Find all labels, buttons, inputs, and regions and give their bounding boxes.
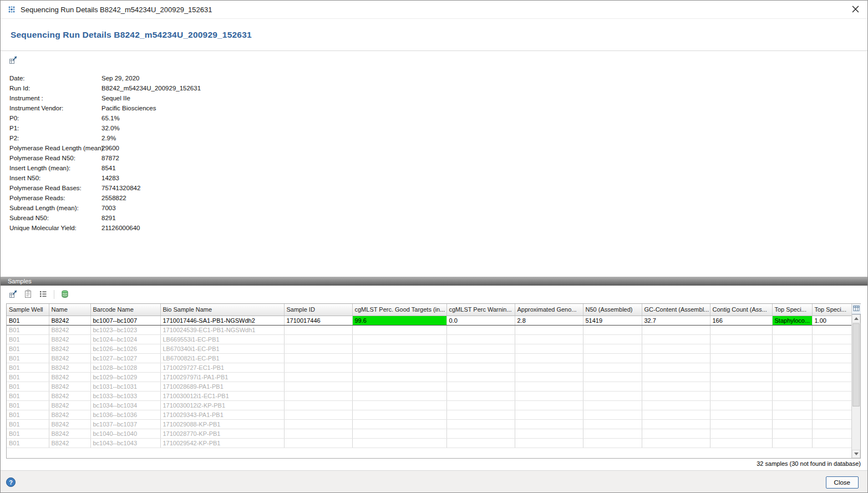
column-header[interactable]: Sample Well [7,304,49,316]
table-cell: 1710029727-EC1-PB1 [160,363,284,372]
table-cell: B8242 [49,325,90,334]
detail-label: Unique Molecular Yield: [9,223,101,233]
detail-label: Date: [9,73,101,83]
table-cell: B01 [7,344,49,353]
column-header[interactable]: Top Speci... [812,304,851,316]
copy-to-clipboard-button[interactable] [23,289,34,300]
column-header[interactable]: Approximated Geno... [515,304,583,316]
table-cell: B8242 [49,438,90,448]
table-row[interactable]: B01B8242bc1043--bc10431710029542-KP-PB1 [7,438,851,448]
list-view-button[interactable] [38,289,49,300]
column-header[interactable]: cgMLST Perc Warnin... [446,304,515,316]
detail-value: B8242_m54234U_200929_152631 [101,85,201,92]
column-chooser-button[interactable] [852,304,861,314]
close-button[interactable]: Close [826,476,859,489]
table-cell: 99.6 [352,316,446,325]
column-header[interactable]: cgMLST Perc. Good Targets (in... [352,304,446,316]
table-cell: bc1031--bc1031 [90,382,160,391]
scrollbar-track[interactable] [852,407,860,450]
table-row[interactable]: B01B8242bc1037--bc10371710029088-KP-PB1 [7,419,851,429]
database-search-button[interactable] [59,289,70,300]
page-title: Sequencing Run Details B8242_m54234U_200… [11,30,252,40]
table-cell [515,325,583,334]
table-row[interactable]: B01B8242bc1023--bc10231710024539-EC1-PB1… [7,325,851,334]
column-header[interactable]: Sample ID [284,304,352,316]
table-cell: 51419 [583,316,642,325]
table-cell [642,372,710,382]
scrollbar-thumb[interactable] [852,323,860,406]
table-cell [352,438,446,448]
table-cell [352,400,446,410]
detail-value: 14283 [101,175,119,181]
column-header[interactable]: N50 (Assembled) [583,304,642,316]
table-cell [515,400,583,410]
table-row[interactable]: B01B8242bc1029--bc10291710029797i1-PA1-P… [7,372,851,382]
table-cell: 166 [710,316,772,325]
export-details-button[interactable] [8,55,19,66]
table-row[interactable]: B01B8242bc1040--bc10401710028770-KP-PB1 [7,429,851,438]
help-icon[interactable]: ? [6,477,16,487]
detail-label: P2: [9,133,101,143]
table-cell: B01 [7,438,49,448]
table-cell [515,363,583,372]
table-cell [772,372,812,382]
table-cell: bc1028--bc1028 [90,363,160,372]
table-row[interactable]: B01B8242bc1028--bc10281710029727-EC1-PB1 [7,363,851,372]
table-cell: B8242 [49,353,90,363]
detail-label: Subread Length (mean): [9,203,101,213]
app-logo-icon [7,5,16,14]
table-row[interactable]: B01B8242bc1031--bc10311710028689-PA1-PB1 [7,382,851,391]
table-cell [812,400,851,410]
table-cell [352,363,446,372]
table-row[interactable]: B01B8242bc1024--bc1024LB669553i1-EC-PB1 [7,334,851,344]
detail-label: Instrument Vendor: [9,103,101,113]
table-row[interactable]: B01B8242bc1027--bc1027LB670082i1-EC-PB1 [7,353,851,363]
table-cell [772,344,812,353]
table-cell [583,419,642,429]
table-header-row: Sample WellNameBarcode NameBio Sample Na… [7,304,851,316]
column-header[interactable]: Contig Count (Ass... [710,304,772,316]
detail-row: Date:Sep 29, 2020 [9,73,867,83]
table-cell: B01 [7,400,49,410]
column-header[interactable]: Bio Sample Name [160,304,284,316]
table-row[interactable]: B01B8242bc1033--bc10331710030012i1-EC1-P… [7,391,851,400]
table-cell: bc1034--bc1034 [90,400,160,410]
table-cell: Staphyloco... [772,316,812,325]
table-cell: bc1029--bc1029 [90,372,160,382]
table-cell [772,410,812,419]
table-row[interactable]: B01B8242bc1007--bc10071710017446-SA1-PB1… [7,316,851,325]
table-cell [772,429,812,438]
table-cell [583,382,642,391]
table-cell: B01 [7,316,49,325]
export-samples-button[interactable] [8,289,19,300]
vertical-scrollbar[interactable] [851,304,860,458]
table-cell [446,391,515,400]
table-row[interactable]: B01B8242bc1034--bc10341710030012i2-KP-PB… [7,400,851,410]
column-header[interactable]: Top Speci... [772,304,812,316]
sequencing-run-details-dialog: Sequencing Run Details B8242_m54234U_200… [0,0,868,493]
column-header[interactable]: GC-Content (Assembl... [642,304,710,316]
table-cell [710,429,772,438]
column-header[interactable]: Barcode Name [90,304,160,316]
table-cell [583,429,642,438]
detail-value: Pacific Biosciences [101,105,156,111]
samples-toolbar [1,286,867,303]
table-cell [352,353,446,363]
table-cell [515,429,583,438]
table-cell: B8242 [49,316,90,325]
table-row[interactable]: B01B8242bc1036--bc10361710029343-PA1-PB1 [7,410,851,419]
window-close-button[interactable] [849,4,862,16]
scroll-up-button[interactable] [852,314,860,323]
column-header[interactable]: Name [49,304,90,316]
table-cell [352,391,446,400]
table-cell [583,344,642,353]
table-cell [583,410,642,419]
heading-row: Sequencing Run Details B8242_m54234U_200… [1,19,867,51]
table-cell [710,325,772,334]
table-cell: 1710024539-EC1-PB1-NGSWdh1 [160,325,284,334]
table-cell [710,334,772,344]
table-cell [446,429,515,438]
detail-label: Instrument : [9,93,101,103]
scroll-down-button[interactable] [852,450,860,458]
table-row[interactable]: B01B8242bc1026--bc1026LB670340i1-EC-PB1 [7,344,851,353]
